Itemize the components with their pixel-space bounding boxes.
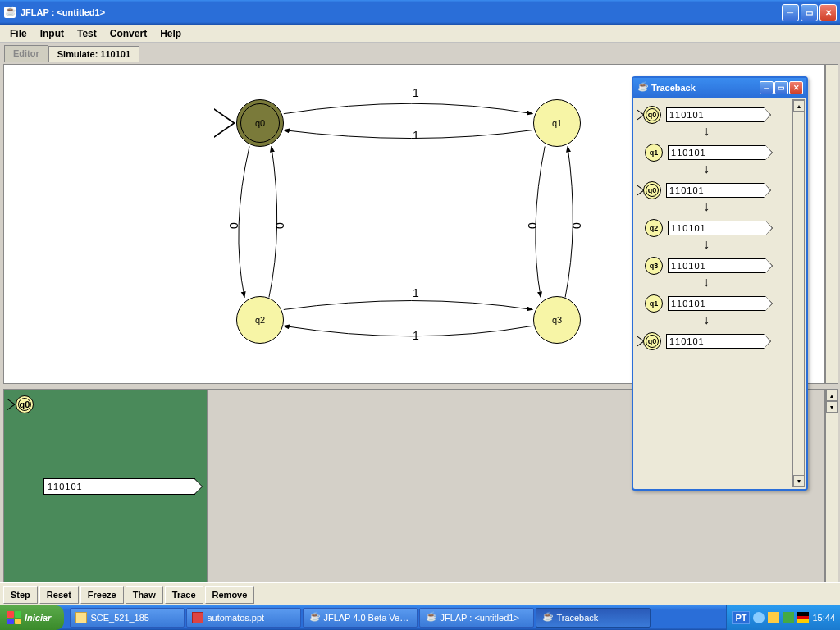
traceback-row: q0110101 [637,181,765,199]
traceback-tape: 110101 [666,107,765,122]
down-arrow-icon: ↓ [703,199,710,214]
traceback-row: q3110101 [637,257,766,275]
state-q2[interactable]: q2 [236,296,284,344]
tab-simulate[interactable]: Simulate: 110101 [48,46,139,63]
java-icon [637,82,648,94]
traceback-tape: 110101 [668,258,766,273]
traceback-state: q2 [645,219,663,237]
window-titlebar: JFLAP : <untitled1> ─ ▭ ✕ [0,0,840,25]
edge-label: 1 [413,86,419,99]
state-q0[interactable]: q0 [236,99,284,147]
tab-bar: Editor Simulate: 110101 [0,43,840,62]
traceback-minimize-button[interactable]: ─ [760,81,774,94]
traceback-tape: 110101 [666,183,765,198]
taskbar-item[interactable]: automatos.ppt [186,608,301,628]
taskbar-item[interactable]: SCE_521_185 [70,608,185,628]
start-marker-icon [7,399,16,410]
minimize-button[interactable]: ─ [782,4,799,21]
down-arrow-icon: ↓ [703,124,710,139]
windows-logo-icon [7,611,21,624]
clock[interactable]: 15:44 [812,613,835,623]
simulation-track[interactable]: q0 110101 [4,390,208,582]
scroll-up-icon[interactable]: ▴ [793,100,805,112]
state-q3[interactable]: q3 [533,296,581,344]
traceback-state: q0 [643,106,661,124]
edge-label: 0 [570,222,583,229]
traceback-row: q0110101 [637,106,765,124]
traceback-tape: 110101 [668,296,766,311]
edge-label: 0 [273,222,286,229]
traceback-state: q1 [645,294,663,313]
close-button[interactable]: ✕ [819,4,837,21]
start-marker [214,108,235,138]
canvas-scrollbar[interactable] [825,64,838,384]
menu-convert[interactable]: Convert [105,26,152,41]
taskbar-item-active[interactable]: Traceback [536,608,651,628]
traceback-row: q1110101 [637,294,766,313]
taskbar-item[interactable]: JFLAP 4.0 Beta Ve… [303,608,418,628]
traceback-row: q0110101 [637,332,765,350]
tape-end-icon [194,478,203,495]
remove-button[interactable]: Remove [205,586,255,604]
sim-scrollbar[interactable]: ▴ ▾ [825,389,838,582]
java-icon [425,612,436,623]
menu-input[interactable]: Input [35,26,69,41]
traceback-scrollbar[interactable]: ▴ ▾ [792,99,805,487]
freeze-button[interactable]: Freeze [80,586,124,604]
traceback-titlebar[interactable]: Traceback ─ ▭ ✕ [633,78,806,98]
scroll-up-icon[interactable]: ▴ [826,390,838,401]
menu-test[interactable]: Test [72,26,102,41]
traceback-window[interactable]: Traceback ─ ▭ ✕ q0110101↓q1110101↓q01101… [632,76,808,491]
state-q1[interactable]: q1 [533,99,581,147]
java-icon [541,612,553,623]
edge-label: 0 [526,222,539,229]
start-button[interactable]: Iniciar [0,605,64,630]
tray-icon[interactable] [753,612,765,623]
sim-current-state: q0 [16,395,34,413]
maximize-button[interactable]: ▭ [801,4,818,21]
traceback-state: q0 [643,332,661,350]
language-indicator[interactable]: PT [732,611,750,624]
traceback-maximize-button[interactable]: ▭ [774,81,788,94]
reset-button[interactable]: Reset [39,586,79,604]
system-tray: PT 15:44 [726,605,840,630]
traceback-row: q1110101 [637,144,766,162]
menu-help[interactable]: Help [155,26,186,41]
menu-file[interactable]: File [5,26,32,41]
trace-button[interactable]: Trace [165,586,203,604]
folder-icon [75,612,87,623]
window-title: JFLAP : <untitled1> [21,7,782,17]
traceback-tape: 110101 [668,145,766,160]
traceback-close-button[interactable]: ✕ [789,81,803,94]
traceback-state: q0 [643,181,661,199]
down-arrow-icon: ↓ [703,237,710,252]
sim-tape: 110101 [43,478,195,495]
simulation-toolbar: Step Reset Freeze Thaw Trace Remove [0,582,840,605]
traceback-body: q0110101↓q1110101↓q0110101↓q2110101↓q311… [633,98,806,489]
tray-icon[interactable] [783,612,794,623]
edge-label: 1 [413,329,419,342]
thaw-button[interactable]: Thaw [126,586,163,604]
scroll-down-icon[interactable]: ▾ [793,475,805,486]
traceback-title: Traceback [651,83,760,93]
tray-icon[interactable] [768,612,779,623]
tab-editor[interactable]: Editor [4,45,48,62]
taskbar: Iniciar SCE_521_185 automatos.ppt JFLAP … [0,605,840,630]
edge-label: 1 [413,286,419,299]
down-arrow-icon: ↓ [703,313,710,327]
taskbar-item[interactable]: JFLAP : <untitled1> [419,608,534,628]
edge-label: 1 [413,129,419,142]
java-icon [308,612,320,623]
traceback-row: q2110101 [637,219,766,237]
edge-label: 0 [227,222,240,229]
powerpoint-icon [192,612,203,623]
tray-icon[interactable] [797,612,809,623]
traceback-state: q1 [645,144,663,162]
down-arrow-icon: ↓ [703,275,710,290]
java-icon [3,6,16,19]
scroll-down-icon[interactable]: ▾ [826,401,838,413]
down-arrow-icon: ↓ [703,162,710,176]
step-button[interactable]: Step [3,586,38,604]
traceback-state: q3 [645,257,663,275]
menubar: File Input Test Convert Help [0,25,840,43]
